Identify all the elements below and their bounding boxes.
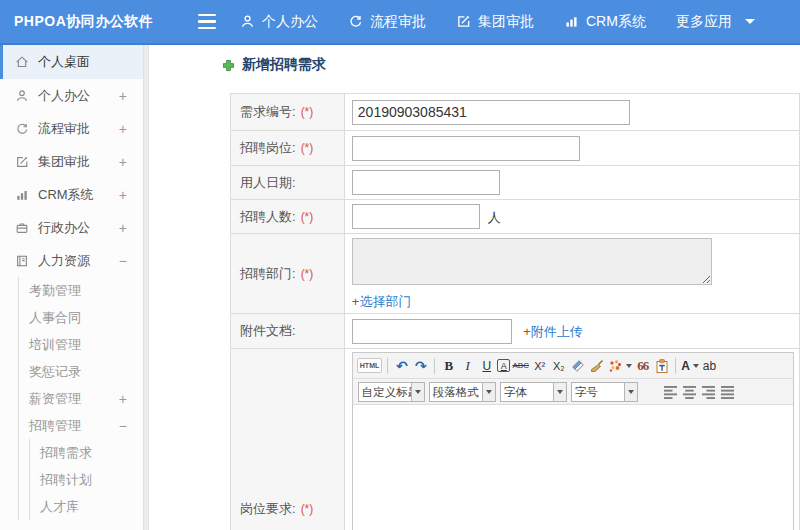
sidebar-item-personal-desktop[interactable]: 个人桌面 [0,45,143,79]
align-right-button[interactable] [701,382,718,402]
hr-submenu: 考勤管理 人事合同 培训管理 奖惩记录 薪资管理 + 招聘管理 − 招聘需求 招… [18,277,143,520]
underline-button[interactable]: U [478,356,495,376]
sidebar: 个人桌面 个人办公 + 流程审批 + 集团审批 + CRM系统 + 行政办公 +… [0,45,143,530]
recruit-count-input[interactable] [352,204,480,229]
bar-chart-icon [15,188,29,202]
custom-heading-select[interactable]: 自定义标题 [358,382,425,402]
sidebar-item-group-approval[interactable]: 集团审批 + [0,145,143,178]
font-color-button[interactable]: A [681,356,699,376]
expand-plus-icon[interactable]: + [119,122,127,136]
align-center-button[interactable] [682,382,699,402]
required-mark: (*) [301,502,314,516]
nav-item-workflow-approval[interactable]: 流程审批 [348,13,426,31]
select-department-link[interactable]: +选择部门 [352,294,412,309]
field-label: 招聘部门: [240,266,296,281]
sidebar-item-hr-contract[interactable]: 人事合同 [19,304,143,331]
eraser-format-button[interactable] [569,356,586,376]
required-mark: (*) [301,105,314,119]
clean-brush-button[interactable] [588,356,605,376]
form-row-demand-number: 需求编号:(*) [231,94,800,131]
align-justify-icon [720,384,736,400]
dropdown-caret-icon [626,364,632,368]
editor-toolbar-row1: HTML ↶ ↷ B I U A ABC X² X₂ [353,353,793,379]
superscript-button[interactable]: X² [531,356,548,376]
paste-text-button[interactable] [653,356,670,376]
redo-button[interactable]: ↷ [412,356,429,376]
dropdown-caret-icon [628,390,634,394]
recruit-submenu: 招聘需求 招聘计划 人才库 [29,439,143,520]
font-size-select[interactable]: 字号 [571,382,638,402]
top-nav-menu: 个人办公 流程审批 集团审批 CRM系统 更多应用 [240,0,755,43]
paragraph-format-select[interactable]: 段落格式 [429,382,496,402]
nav-item-personal-office[interactable]: 个人办公 [240,13,318,31]
undo-button[interactable]: ↶ [393,356,410,376]
eraser-icon [570,358,586,374]
expand-plus-icon[interactable]: + [119,392,127,406]
nav-item-group-approval[interactable]: 集团审批 [456,13,534,31]
blockquote-button[interactable]: 66 [634,356,651,376]
collapse-minus-icon[interactable]: − [119,254,127,268]
sidebar-item-training-mgmt[interactable]: 培训管理 [19,331,143,358]
align-right-icon [701,384,717,400]
sidebar-item-personal-office[interactable]: 个人办公 + [0,79,143,112]
sidebar-item-recruit-demand[interactable]: 招聘需求 [30,439,143,466]
field-label: 需求编号: [240,104,296,119]
hamburger-menu-icon[interactable] [198,14,216,29]
form-row-recruit-department: 招聘部门:(*) +选择部门 [231,234,800,314]
required-mark: (*) [301,141,314,155]
approval-edit-icon [15,155,29,169]
color-palette-button[interactable] [607,356,632,376]
sidebar-item-attendance-mgmt[interactable]: 考勤管理 [19,277,143,304]
hr-book-icon [15,254,29,268]
expand-plus-icon[interactable]: + [119,89,127,103]
field-label: 附件文档: [240,323,296,338]
font-family-select[interactable]: 字体 [500,382,567,402]
subscript-button[interactable]: X₂ [550,356,567,376]
sidebar-item-admin-office[interactable]: 行政办公 + [0,211,143,244]
sidebar-item-human-resources[interactable]: 人力资源 − [0,244,143,277]
attachment-input[interactable] [352,319,512,344]
nav-item-more-apps[interactable]: 更多应用 [676,13,755,31]
sidebar-item-recruit-mgmt[interactable]: 招聘管理 − [19,412,143,439]
styled-text-button[interactable]: A [497,359,510,372]
demand-number-input[interactable] [352,100,630,125]
sidebar-item-talent-pool[interactable]: 人才库 [30,493,143,520]
expand-plus-icon[interactable]: + [119,155,127,169]
editor-toolbar-row2: 自定义标题 段落格式 字体 字号 [353,379,793,405]
html-source-button[interactable]: HTML [357,358,382,373]
toolbar-separator [387,358,388,374]
app-window: { "colors": { "accent": "#4b8ddf", "link… [0,0,800,530]
editor-content-area[interactable] [353,405,793,530]
form-row-hire-date: 用人日期: [231,166,800,200]
attachment-upload-link[interactable]: +附件上传 [523,324,583,339]
background-color-button[interactable]: ab [701,356,718,376]
collapse-minus-icon[interactable]: − [119,419,127,433]
field-label: 岗位要求: [240,501,296,516]
required-mark: (*) [301,210,314,224]
broom-icon [589,358,605,374]
form-row-position-requirement: 岗位要求:(*) HTML ↶ ↷ B I U A ABC [231,349,800,530]
bold-button[interactable]: B [440,356,457,376]
align-justify-button[interactable] [720,382,737,402]
nav-item-crm[interactable]: CRM系统 [564,13,646,31]
align-left-button[interactable] [663,382,680,402]
italic-button[interactable]: I [459,356,476,376]
user-icon [15,89,29,103]
hire-date-input[interactable] [352,170,500,195]
expand-plus-icon[interactable]: + [119,221,127,235]
sidebar-item-salary-mgmt[interactable]: 薪资管理 + [19,385,143,412]
top-navbar: PHPOA协同办公软件 个人办公 流程审批 集团审批 CRM系统 更多应用 [0,0,800,45]
strikethrough-button[interactable]: ABC [512,356,529,376]
field-label: 用人日期: [240,175,296,190]
sidebar-item-reward-punish[interactable]: 奖惩记录 [19,358,143,385]
recruit-position-input[interactable] [352,136,580,161]
workflow-icon [15,122,29,136]
field-label: 招聘人数: [240,209,296,224]
dropdown-caret-icon [745,19,755,24]
sidebar-item-recruit-plan[interactable]: 招聘计划 [30,466,143,493]
palette-icon [607,358,623,374]
sidebar-item-crm[interactable]: CRM系统 + [0,178,143,211]
expand-plus-icon[interactable]: + [119,188,127,202]
recruit-department-textarea[interactable] [352,238,712,285]
sidebar-item-workflow-approval[interactable]: 流程审批 + [0,112,143,145]
